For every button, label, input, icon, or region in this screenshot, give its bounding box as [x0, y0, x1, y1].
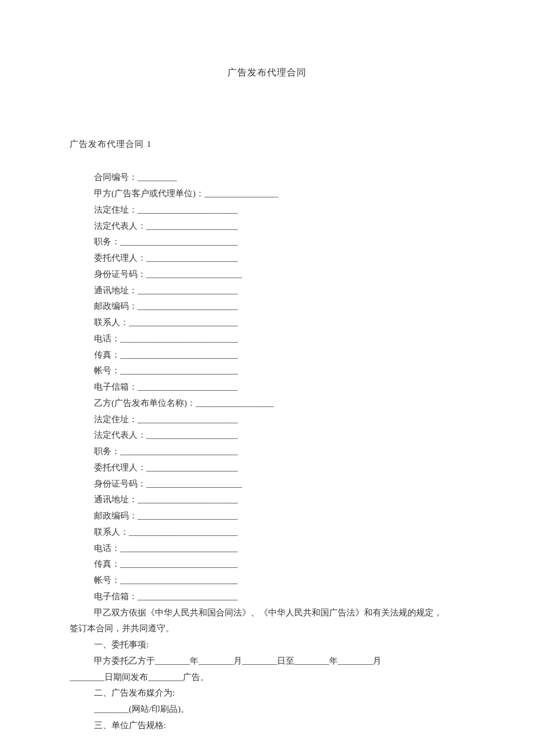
- clause-basis-line2: 签订本合同，并共同遵守。: [70, 621, 464, 637]
- field-party-a: 甲方(广告客户或代理单位)：_________________: [94, 186, 464, 202]
- clause-2-heading: 二、广告发布媒介为:: [70, 685, 464, 701]
- field-mail-address-a: 通讯地址：_______________________: [94, 283, 464, 299]
- field-party-b: 乙方(广告发布单位名称)：__________________: [94, 395, 464, 412]
- document-page: 广告发布代理合同 广告发布代理合同 1 合同编号：_________ 甲方(广告…: [0, 0, 534, 734]
- field-phone-a: 电话：___________________________: [94, 331, 464, 347]
- section-heading: 广告发布代理合同 1: [70, 136, 464, 153]
- field-agent-a: 委托代理人：_____________________: [94, 250, 464, 267]
- clause-3-heading: 三、单位广告规格:: [70, 718, 464, 734]
- content-block: 合同编号：_________ 甲方(广告客户或代理单位)：___________…: [70, 170, 464, 621]
- field-fax-b: 传真：___________________________: [94, 556, 464, 573]
- field-account-a: 帐号：___________________________: [94, 363, 464, 379]
- field-email-a: 电子信箱：_______________________: [94, 379, 464, 395]
- clause-2-content: ________(网站/印刷品)。: [70, 701, 464, 718]
- field-contract-number: 合同编号：_________: [94, 170, 464, 186]
- field-legal-address-b: 法定住址：_______________________: [94, 412, 464, 428]
- clause-1-content-line1: 甲方委托乙方于________年________月________日至_____…: [70, 653, 464, 669]
- clause-1-content-line2: ________日期间发布________广告。: [70, 669, 464, 686]
- field-postal-code-b: 邮政编码：_______________________: [94, 508, 464, 524]
- clause-1-heading: 一、委托事项:: [70, 637, 464, 653]
- field-phone-b: 电话：___________________________: [94, 541, 464, 557]
- field-contact-b: 联系人：_________________________: [94, 524, 464, 541]
- field-id-number-a: 身份证号码：______________________: [94, 267, 464, 283]
- field-agent-b: 委托代理人：_____________________: [94, 460, 464, 476]
- field-legal-rep-a: 法定代表人：_____________________: [94, 218, 464, 235]
- field-legal-address-a: 法定住址：_______________________: [94, 202, 464, 218]
- field-position-b: 职务：___________________________: [94, 444, 464, 460]
- field-postal-code-a: 邮政编码：_______________________: [94, 298, 464, 315]
- field-legal-rep-b: 法定代表人：_____________________: [94, 427, 464, 444]
- field-account-b: 帐号：___________________________: [94, 573, 464, 589]
- field-position-a: 职务：___________________________: [94, 234, 464, 250]
- field-email-b: 电子信箱：_______________________: [94, 589, 464, 605]
- field-fax-a: 传真：___________________________: [94, 347, 464, 363]
- document-title: 广告发布代理合同: [70, 64, 464, 81]
- field-mail-address-b: 通讯地址：_______________________: [94, 492, 464, 508]
- clause-basis-line1: 甲乙双方依据《中华人民共和国合同法》、《中华人民共和国广告法》和有关法规的规定，: [94, 605, 464, 621]
- field-id-number-b: 身份证号码：______________________: [94, 476, 464, 492]
- field-contact-a: 联系人：_________________________: [94, 315, 464, 331]
